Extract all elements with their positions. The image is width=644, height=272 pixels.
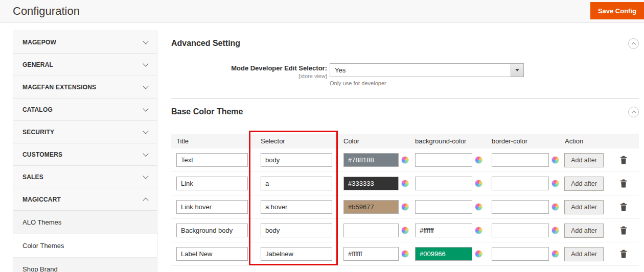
sidebar-item-label: ALO Themes bbox=[22, 218, 61, 226]
trash-icon[interactable] bbox=[620, 179, 627, 188]
selector-input[interactable] bbox=[261, 224, 332, 237]
selector-input[interactable] bbox=[261, 153, 332, 167]
add-after-button[interactable]: Add after bbox=[564, 247, 604, 261]
border-color-input[interactable] bbox=[492, 177, 549, 190]
sidebar-section-catalog[interactable]: CATALOG bbox=[13, 98, 157, 121]
sidebar-section-label: SALES bbox=[22, 174, 43, 181]
collapse-icon[interactable] bbox=[628, 107, 639, 117]
mode-developer-select[interactable]: Yes bbox=[330, 63, 524, 77]
add-after-button[interactable]: Add after bbox=[564, 153, 604, 167]
title-input[interactable] bbox=[176, 153, 248, 167]
background-color-input[interactable] bbox=[415, 224, 472, 237]
color-picker-icon[interactable] bbox=[475, 203, 482, 211]
color-picker-icon[interactable] bbox=[475, 250, 482, 258]
color-input[interactable] bbox=[343, 200, 399, 214]
selector-cell bbox=[256, 247, 338, 261]
title-input[interactable] bbox=[176, 224, 248, 237]
title-cell bbox=[171, 177, 256, 190]
trash-icon[interactable] bbox=[620, 156, 627, 164]
selector-input[interactable] bbox=[261, 177, 332, 190]
delete-cell bbox=[608, 250, 639, 258]
trash-icon[interactable] bbox=[620, 203, 627, 211]
color-picker-icon[interactable] bbox=[551, 203, 559, 211]
trash-icon[interactable] bbox=[620, 250, 627, 258]
sidebar-section-security[interactable]: SECURITY bbox=[13, 121, 157, 143]
selector-input[interactable] bbox=[261, 247, 332, 261]
color-picker-icon[interactable] bbox=[401, 250, 409, 258]
color-picker-icon[interactable] bbox=[551, 227, 559, 234]
background-color-input[interactable] bbox=[415, 177, 472, 190]
color-input[interactable] bbox=[343, 153, 399, 167]
sidebar-item-color-themes[interactable]: Color Themes bbox=[13, 234, 157, 258]
sidebar-section-customers[interactable]: CUSTOMERS bbox=[13, 143, 157, 166]
sidebar-section-magiccart[interactable]: MAGICCART bbox=[13, 188, 157, 211]
color-picker-icon[interactable] bbox=[401, 156, 409, 164]
border-color-cell bbox=[487, 177, 560, 190]
title-input[interactable] bbox=[176, 200, 248, 214]
background-color-input[interactable] bbox=[415, 200, 472, 214]
add-after-button[interactable]: Add after bbox=[564, 177, 604, 191]
chevron-down-icon bbox=[143, 128, 148, 134]
sidebar-item-alo-themes[interactable]: ALO Themes bbox=[13, 211, 157, 234]
sidebar-section-general[interactable]: GENERAL bbox=[13, 54, 157, 76]
title-input[interactable] bbox=[176, 247, 248, 261]
title-input[interactable] bbox=[176, 177, 248, 190]
action-cell: Add after bbox=[560, 153, 608, 167]
color-picker-icon[interactable] bbox=[551, 180, 559, 187]
column-header-color: Color bbox=[338, 137, 410, 145]
border-color-cell bbox=[487, 200, 560, 214]
selector-input[interactable] bbox=[261, 200, 332, 214]
color-picker-icon[interactable] bbox=[401, 203, 409, 211]
sidebar-section-label: MAGICCART bbox=[22, 196, 61, 203]
background-color-cell bbox=[410, 153, 487, 167]
sidebar-section-sales[interactable]: SALES bbox=[13, 166, 157, 188]
border-color-input[interactable] bbox=[492, 224, 549, 237]
sidebar-section-label: MAGEPOW bbox=[22, 39, 56, 46]
trash-icon[interactable] bbox=[620, 226, 627, 235]
color-picker-icon[interactable] bbox=[401, 180, 409, 187]
color-cell bbox=[338, 200, 410, 214]
save-config-button[interactable]: Save Config bbox=[590, 2, 644, 19]
color-theme-table: Title Selector Color background-color bo… bbox=[171, 134, 639, 266]
add-after-button[interactable]: Add after bbox=[564, 200, 604, 214]
add-after-button[interactable]: Add after bbox=[564, 224, 604, 238]
delete-cell bbox=[608, 226, 639, 235]
column-header-selector: Selector bbox=[256, 137, 338, 145]
color-picker-icon[interactable] bbox=[551, 156, 559, 164]
background-color-input[interactable] bbox=[415, 153, 472, 167]
border-color-input[interactable] bbox=[492, 200, 549, 214]
delete-cell bbox=[608, 179, 639, 188]
section-divider bbox=[171, 98, 639, 98]
sidebar-item-shop-brand[interactable]: Shop Brand bbox=[13, 258, 157, 272]
border-color-input[interactable] bbox=[492, 247, 549, 261]
sidebar-section-label: SECURITY bbox=[22, 129, 54, 136]
column-header-background-color: background-color bbox=[410, 137, 487, 145]
collapse-icon[interactable] bbox=[628, 38, 639, 49]
background-color-input[interactable] bbox=[415, 247, 472, 261]
title-cell bbox=[171, 200, 256, 214]
table-row: Add after bbox=[171, 195, 639, 219]
sidebar-section-magepow[interactable]: MAGEPOW bbox=[13, 31, 157, 54]
action-cell: Add after bbox=[560, 247, 608, 261]
color-picker-icon[interactable] bbox=[551, 250, 559, 258]
selector-cell bbox=[256, 153, 338, 167]
action-cell: Add after bbox=[560, 200, 608, 214]
sidebar-section-label: CUSTOMERS bbox=[22, 151, 62, 158]
sidebar-section-magefan-extensions[interactable]: MAGEFAN EXTENSIONS bbox=[13, 76, 157, 98]
border-color-cell bbox=[487, 224, 560, 237]
color-picker-icon[interactable] bbox=[401, 227, 409, 234]
sidebar-section-label: GENERAL bbox=[22, 61, 53, 68]
color-input[interactable] bbox=[343, 247, 399, 261]
table-header-row: Title Selector Color background-color bo… bbox=[171, 134, 639, 149]
config-sidebar: MAGEPOW GENERAL MAGEFAN EXTENSIONS CATAL… bbox=[13, 31, 157, 272]
color-picker-icon[interactable] bbox=[475, 180, 482, 187]
color-input[interactable] bbox=[343, 177, 399, 190]
color-picker-icon[interactable] bbox=[475, 227, 482, 234]
color-picker-icon[interactable] bbox=[475, 156, 482, 164]
border-color-input[interactable] bbox=[492, 153, 549, 167]
color-input[interactable] bbox=[343, 224, 399, 237]
delete-cell bbox=[608, 203, 639, 211]
sidebar-item-label: Color Themes bbox=[22, 242, 64, 250]
select-arrow-button[interactable] bbox=[511, 64, 523, 77]
chevron-down-icon bbox=[143, 106, 148, 111]
